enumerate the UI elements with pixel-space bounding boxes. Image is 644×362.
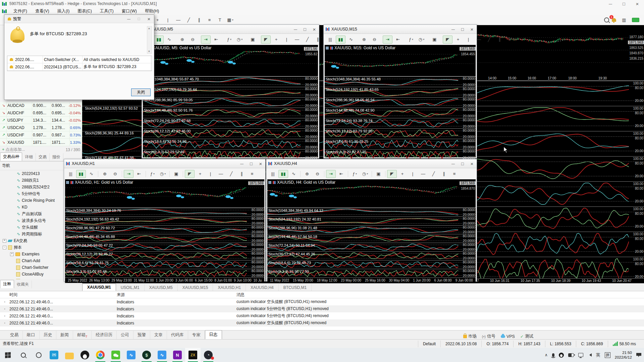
indicators-icon[interactable]: ƒ▾ bbox=[406, 36, 416, 44]
signals-button[interactable]: (•)信号 bbox=[482, 334, 495, 339]
stoch-panel[interactable]: Stoch(72,24,24) 50.11 54.0480.000020.000… bbox=[267, 243, 476, 251]
chart-candles-icon[interactable]: ▮▮ bbox=[76, 170, 86, 178]
alert-row[interactable]: 2022.06....20220413 (BTCUS...多单 for BTCU… bbox=[7, 63, 152, 71]
menu-item[interactable]: 工具(T) bbox=[96, 8, 118, 15]
chart-line-icon[interactable]: ∿ bbox=[164, 36, 174, 44]
fibonacci-icon[interactable]: ≡ bbox=[505, 36, 515, 44]
text-icon[interactable]: T bbox=[215, 16, 225, 24]
thunder2-app[interactable]: ∿ bbox=[154, 348, 170, 362]
stoch-panel[interactable]: Stoch(288,96,96) 85.99 59.0580.000020.00… bbox=[143, 97, 318, 108]
chart-window-titlebar[interactable]: XAUUSD,M15 bbox=[324, 25, 477, 34]
market-watch-row[interactable]: ↘AUDCHF0.695...0.695...-0.04% bbox=[0, 109, 82, 117]
restore-button[interactable] bbox=[458, 26, 467, 33]
chart-window-titlebar[interactable]: XAUUSD,H1 bbox=[64, 159, 265, 168]
chart-bars-icon[interactable]: ||| bbox=[268, 170, 278, 178]
stoch-panel[interactable]: Stoch(18,6,6) 70.42 48.7380.000020.0000 bbox=[267, 260, 476, 269]
restore-button[interactable] bbox=[458, 160, 467, 167]
alert-row[interactable]: 2022.06....Chart-Switcher (X...All chart… bbox=[7, 56, 152, 63]
journal-row[interactable]: •2022.06.12 21:49:46.0...Indicatorscusto… bbox=[0, 319, 644, 326]
crosshair-icon[interactable]: + bbox=[397, 170, 407, 178]
price-chart-area[interactable]: XAUUSD, M15: Gold vs US Dollar1871.56918… bbox=[325, 45, 476, 76]
tray-volume-icon[interactable] bbox=[588, 353, 592, 357]
stoch-panel[interactable]: Stoch(9,3,3) 93.02 92.4880.000020.0000 bbox=[65, 269, 264, 278]
add-symbol-row[interactable]: + 点击添加...13 / 390 bbox=[0, 146, 82, 153]
timeframes-icon[interactable]: ◷▾ bbox=[417, 36, 426, 44]
stoch-panel[interactable]: Stoch(36,12,12) 47.44 45.2680.000020.000… bbox=[267, 251, 476, 260]
price-chart-area[interactable]: XAUUSD, H1: Gold vs US Dollar1871.569 bbox=[65, 179, 264, 208]
file-explorer-app[interactable] bbox=[62, 348, 77, 362]
journal-row[interactable]: •2022.06.12 21:49:46.0...Indicatorscusto… bbox=[0, 305, 644, 312]
fibonacci-icon[interactable]: ≡ bbox=[205, 16, 214, 24]
horizontal-line-icon[interactable]: — bbox=[173, 16, 183, 24]
indicators-icon[interactable]: ƒ▾ bbox=[224, 36, 234, 44]
chart-body[interactable]: XAUUSD, M5: Gold vs US Dollar1871.561855… bbox=[143, 45, 318, 157]
alert-scrollbar[interactable]: ▲ ▼ bbox=[147, 26, 152, 54]
toolbox-tab-专家[interactable]: 专家 bbox=[188, 331, 205, 339]
channel-icon[interactable]: ∥ bbox=[495, 36, 504, 44]
zoom-in-icon[interactable]: ⊕ bbox=[100, 170, 110, 178]
toolbox-tab-交易[interactable]: 交易 bbox=[6, 331, 23, 339]
chart-tab-XAUUSD,M15[interactable]: XAUUSD,M15 bbox=[178, 284, 213, 291]
stoch-panel[interactable]: Stoch(1048,384,384) 55.87 45.7080.000020… bbox=[143, 76, 318, 87]
vertical-line-icon[interactable]: | bbox=[408, 170, 418, 178]
tab-注释[interactable]: 注释 bbox=[0, 280, 14, 288]
auto-scroll-icon[interactable]: ⇥ bbox=[326, 170, 336, 178]
stoch-panel[interactable]: Stoch(72,24,24) 59.05 47.2280.000020.000… bbox=[65, 243, 264, 251]
cortana-app[interactable] bbox=[31, 348, 46, 362]
chart-shift-icon[interactable]: ⇤ bbox=[134, 170, 144, 178]
chart-body[interactable]: XAUUSD, H4: Gold vs US Dollar1871.569185… bbox=[267, 179, 476, 280]
stoch-panel[interactable]: Stoch(18,6,6) 92.79 81.7580.000020.0000 bbox=[65, 260, 264, 269]
price-chart-area[interactable]: XAUUSD, M5: Gold vs US Dollar1871.561855… bbox=[143, 45, 318, 76]
horizontal-line-icon[interactable]: — bbox=[418, 170, 428, 178]
stoch-panel[interactable]: Stoch(72,24,24) 93.38 76.7480.000020.000… bbox=[325, 118, 476, 128]
timeframes-icon[interactable]: ◷▾ bbox=[158, 170, 168, 178]
chart-candles-icon[interactable]: ▮▮ bbox=[154, 36, 164, 44]
mail-app[interactable]: ✉ bbox=[46, 348, 62, 362]
minimize-button[interactable] bbox=[448, 26, 458, 33]
screenshot-icon[interactable]: ▣ bbox=[430, 36, 439, 44]
toolbox-tab-预警[interactable]: 预警 bbox=[133, 331, 150, 339]
chart-body[interactable]: XAUUSD, H1: Gold vs US Dollar1871.569Sto… bbox=[65, 179, 264, 280]
stoch-panel[interactable]: Stoch(36,12,12) 75.43 45.2780.000020.000… bbox=[65, 251, 264, 260]
fibonacci-icon[interactable]: ≡ bbox=[449, 170, 459, 178]
fibonacci-icon[interactable]: ≡ bbox=[247, 170, 257, 178]
trendline-icon[interactable]: ╱ bbox=[484, 36, 494, 44]
search-icon[interactable] bbox=[604, 17, 609, 22]
auto-scroll-icon[interactable]: ⇥ bbox=[124, 170, 133, 178]
screenshot-icon[interactable]: ▣ bbox=[374, 170, 383, 178]
crosshair-icon[interactable]: + bbox=[271, 36, 281, 44]
journal-row[interactable]: •2022.06.12 21:49:46.0...Indicatorscusto… bbox=[0, 298, 644, 305]
thunder-app[interactable]: ∿ bbox=[123, 348, 139, 362]
close-button[interactable] bbox=[631, 0, 644, 7]
menu-item[interactable]: 窗口(W) bbox=[118, 8, 141, 15]
channel-icon[interactable]: ∥ bbox=[313, 36, 323, 44]
channel-icon[interactable]: ∥ bbox=[194, 16, 204, 24]
minimize-button[interactable] bbox=[448, 160, 458, 167]
search-button[interactable] bbox=[15, 348, 31, 362]
chart-line-icon[interactable]: ∿ bbox=[346, 36, 356, 44]
market-watch-row[interactable]: ↘XAUUSD1871....1871....1.33% bbox=[0, 139, 82, 146]
tray-qq-icon[interactable] bbox=[559, 353, 564, 358]
chart-bars-icon[interactable]: ||| bbox=[325, 36, 335, 44]
zoom-in-icon[interactable]: ⊕ bbox=[302, 170, 312, 178]
toolbox-tab-代码库[interactable]: 代码库 bbox=[167, 331, 188, 339]
timeframes-icon[interactable]: ◷▾ bbox=[360, 170, 370, 178]
chart-tab-BTCUSD,M1[interactable]: BTCUSD,M1 bbox=[279, 284, 312, 291]
stoch-panel[interactable]: Stoch(1048,384,384) 46.35 55.4880.000020… bbox=[325, 76, 476, 87]
stoch-panel[interactable]: Stoch(288,96,96) 31.08 21.4880.000020.00… bbox=[267, 225, 476, 234]
stoch-panel[interactable]: Stoch(144,48,48) 74.08 42.9080.000020.00… bbox=[325, 108, 476, 118]
toolbox-tab-文章[interactable]: 文章 bbox=[150, 331, 167, 339]
toolbox-tab-公司[interactable]: 公司 bbox=[117, 331, 133, 339]
menu-item[interactable]: 查看(V) bbox=[31, 8, 53, 15]
tray-chevron-icon[interactable]: ∧ bbox=[545, 353, 548, 357]
onenote-app[interactable]: N bbox=[170, 348, 185, 362]
stoch-panel[interactable]: Stoch(524,192,192) 41.85 43.6580.000020.… bbox=[325, 87, 476, 97]
chart-window-titlebar[interactable]: XAUUSD,M5 bbox=[142, 25, 319, 34]
stoch-panel[interactable]: Stoch(524,192,192) 56.63 49.4280.000020.… bbox=[65, 217, 264, 225]
toolbox-tab-日志[interactable]: 日志 bbox=[205, 330, 222, 339]
chart-tab-USOIL,M1[interactable]: USOIL,M1 bbox=[116, 284, 145, 291]
alert-dialog-titlebar[interactable]: 预警 bbox=[4, 15, 154, 23]
restore-button[interactable] bbox=[300, 26, 310, 33]
trendline-icon[interactable]: ╱ bbox=[184, 16, 194, 24]
stoch-panel[interactable]: Stoch(9,3,3) 20.82 27.3580.000020.0000 bbox=[325, 149, 476, 160]
